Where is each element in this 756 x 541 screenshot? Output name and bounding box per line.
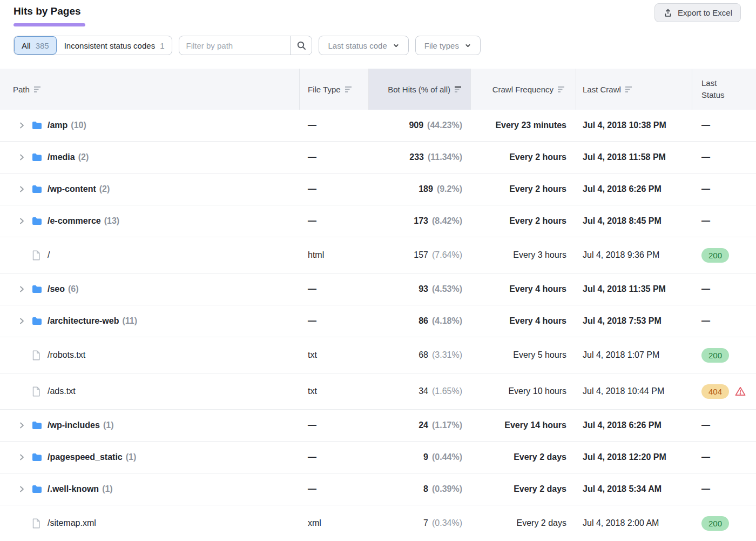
path-count: (6) [68,284,79,294]
path-label: /wp-includes [48,420,100,430]
chevron-spacer [17,387,26,396]
path-label: /wp-content [48,184,96,194]
table-row[interactable]: /wp-includes(1)—24(1.17%)Every 14 hoursJ… [0,410,756,442]
table-row[interactable]: /html157(7.64%)Every 3 hoursJul 4, 2018 … [0,237,756,273]
path-cell: /ads.txt [0,386,300,397]
file-types-dropdown-label: File types [424,41,459,50]
table-row[interactable]: /.well-known(1)—8(0.39%)Every 2 daysJul … [0,473,756,505]
bot-hits-percent: (4.53%) [432,284,462,293]
file-types-dropdown[interactable]: File types [415,36,481,55]
crawl-frequency-cell: Every 2 days [471,518,576,528]
column-header-bot-hits[interactable]: Bot Hits (% of all) [369,69,471,110]
expand-chevron-icon[interactable] [17,153,26,162]
folder-icon [32,217,42,225]
crawl-frequency-cell: Every 5 hours [471,350,576,360]
table-row[interactable]: /seo(6)—93(4.53%)Every 4 hoursJul 4, 201… [0,273,756,305]
sort-descending-icon[interactable] [455,86,463,93]
table-row[interactable]: /e-commerce(13)—173(8.42%)Every 2 hoursJ… [0,205,756,237]
path-cell: /e-commerce(13) [0,216,300,226]
bot-hits-value: 8 [423,484,428,493]
table-row[interactable]: /amp(10)—909(44.23%)Every 23 minutesJul … [0,110,756,142]
column-header-last-crawl[interactable]: Last Crawl [576,69,692,110]
path-label: /robots.txt [48,350,85,360]
path-count: (11) [122,316,137,326]
last-status-cell: — [692,316,756,326]
export-icon [663,8,673,18]
table-row[interactable]: /ads.txttxt34(1.65%)Every 10 hoursJul 4,… [0,373,756,410]
export-to-excel-button[interactable]: Export to Excel [654,3,741,22]
export-label: Export to Excel [678,8,732,17]
table-row[interactable]: /robots.txttxt68(3.31%)Every 5 hoursJul … [0,337,756,373]
expand-chevron-icon[interactable] [17,317,26,325]
tab-all[interactable]: All 385 [14,36,57,55]
file-type-cell: txt [300,386,369,396]
bot-hits-percent: (44.23%) [427,121,462,130]
folder-icon [32,485,42,493]
bot-hits-cell: 233(11.34%) [369,152,471,162]
file-type-cell: — [300,184,369,194]
table-row[interactable]: /media(2)—233(11.34%)Every 2 hoursJul 4,… [0,142,756,173]
column-header-file-type[interactable]: File Type [300,69,369,110]
path-label: /sitemap.xml [48,518,96,528]
status-badge: 200 [701,348,729,363]
folder-icon [32,317,42,325]
file-type-cell: — [300,316,369,326]
tab-inconsistent-status-codes[interactable]: Inconsistent status codes 1 [57,36,172,55]
bot-hits-cell: 157(7.64%) [369,250,471,260]
bot-hits-value: 24 [418,420,428,430]
column-header-crawl-frequency[interactable]: Crawl Frequency [471,69,576,110]
tab-inconsistent-label: Inconsistent status codes [64,41,155,50]
tab-inconsistent-count: 1 [160,41,164,50]
expand-chevron-icon[interactable] [17,285,26,293]
last-crawl-cell: Jul 4, 2018 9:36 PM [576,250,692,260]
chevron-spacer [17,251,26,259]
bot-hits-cell: 34(1.65%) [369,386,471,396]
folder-icon [32,153,42,162]
crawl-frequency-cell: Every 10 hours [471,386,576,396]
crawl-frequency-cell: Every 2 days [471,484,576,494]
expand-chevron-icon[interactable] [17,217,26,225]
last-status-code-dropdown[interactable]: Last status code [319,36,408,55]
column-header-path[interactable]: Path [0,69,300,110]
bot-hits-cell: 93(4.53%) [369,284,471,294]
sort-icon[interactable] [625,86,633,93]
file-type-cell: txt [300,350,369,360]
table-row[interactable]: /sitemap.xmlxml7(0.34%)Every 2 daysJul 4… [0,505,756,541]
last-crawl-cell: Jul 4, 2018 6:26 PM [576,420,692,430]
path-count: (1) [103,420,114,430]
last-status-cell: — [692,184,756,194]
search-button[interactable] [290,36,312,55]
path-label: / [48,250,50,260]
warning-icon [735,386,746,396]
table-row[interactable]: /pagespeed_static(1)—9(0.44%)Every 2 day… [0,442,756,473]
path-cell: /pagespeed_static(1) [0,452,300,462]
sort-icon[interactable] [558,86,566,93]
sort-icon[interactable] [345,86,353,93]
last-crawl-cell: Jul 4, 2018 2:00 AM [576,518,692,528]
expand-chevron-icon[interactable] [17,485,26,493]
bot-hits-cell: 9(0.44%) [369,452,471,462]
bot-hits-percent: (4.18%) [432,316,462,325]
file-type-cell: — [300,152,369,162]
crawl-frequency-cell: Every 2 days [471,452,576,462]
chevron-spacer [17,519,26,527]
last-crawl-cell: Jul 4, 2018 1:07 PM [576,350,692,360]
last-status-cell: — [692,121,756,130]
path-filter-input[interactable] [179,41,290,50]
path-cell: /wp-content(2) [0,184,300,194]
expand-chevron-icon[interactable] [17,121,26,130]
file-type-cell: — [300,284,369,294]
expand-chevron-icon[interactable] [17,453,26,462]
path-label: /architecture-web [48,316,119,326]
column-header-last-status[interactable]: Last Status [692,69,756,110]
expand-chevron-icon[interactable] [17,421,26,430]
table-row[interactable]: /wp-content(2)—189(9.2%)Every 2 hoursJul… [0,173,756,205]
status-badge: 200 [701,248,729,263]
sort-icon[interactable] [34,86,42,93]
last-status-cell: 200 [692,348,756,363]
title-accent-underline [14,23,85,26]
expand-chevron-icon[interactable] [17,185,26,193]
table-row[interactable]: /architecture-web(11)—86(4.18%)Every 4 h… [0,305,756,337]
last-status-cell: 404 [692,384,756,399]
last-crawl-cell: Jul 4, 2018 12:20 PM [576,452,692,462]
